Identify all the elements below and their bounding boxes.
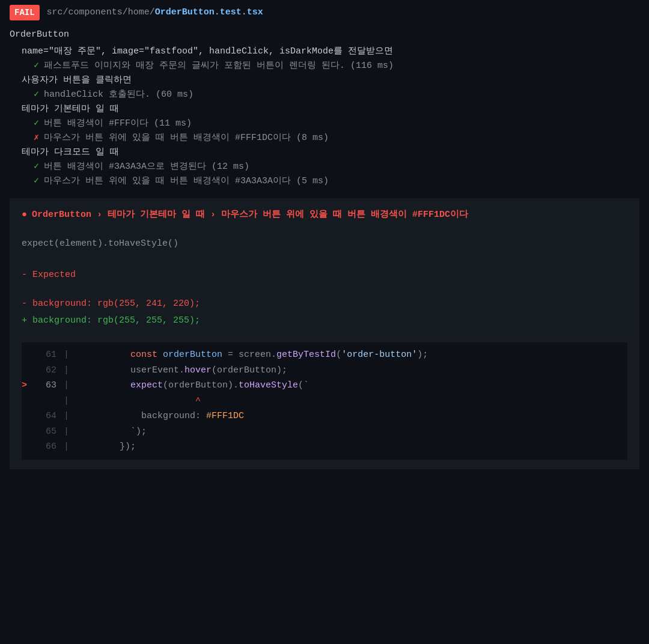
test-pass-text-1: 패스트푸드 이미지와 매장 주문의 글씨가 포함된 버튼이 렌더링 된다. (1… <box>44 59 394 73</box>
line-content-64: background: #FFF1DC <box>76 409 627 424</box>
line-number-66: 66 <box>34 439 64 455</box>
file-path: src/components/home/OrderButton.test.tsx <box>47 5 263 20</box>
test-suite-output: OrderButton name="매장 주문", image="fastfoo… <box>0 25 649 479</box>
code-line-61: 61 | const orderButton = screen.getByTes… <box>22 347 627 363</box>
test-item-1-1: ✓ 패스트푸드 이미지와 매장 주문의 글씨가 포함된 버튼이 렌더링 된다. … <box>22 59 639 73</box>
line-content-62: userEvent.hover(orderButton); <box>76 363 627 378</box>
test-group-2: 사용자가 버튼을 클릭하면 ✓ handleClick 호출된다. (60 ms… <box>10 73 639 102</box>
check-icon-1: ✓ <box>34 59 39 73</box>
no-arrow-61 <box>22 347 34 363</box>
code-line-65: 65 | `); <box>22 424 627 440</box>
caret-line: | ^ <box>22 393 627 409</box>
group-4-name: 테마가 다크모드 일 때 <box>22 145 639 160</box>
line-number-61: 61 <box>34 347 64 363</box>
group-3-name: 테마가 기본테마 일 때 <box>22 102 639 117</box>
diff-minus-line: - background: rgb(255, 241, 220); <box>22 297 627 311</box>
test-group-4: 테마가 다크모드 일 때 ✓ 버튼 배경색이 #3A3A3A으로 변경된다 (1… <box>10 145 639 189</box>
code-line-66: 66 | }); <box>22 439 627 455</box>
code-block: 61 | const orderButton = screen.getByTes… <box>22 342 627 460</box>
line-sep-62: | <box>64 363 69 378</box>
line-sep-61: | <box>64 347 69 363</box>
no-arrow-caret <box>22 393 34 409</box>
check-icon-3: ✓ <box>34 117 39 131</box>
file-name: OrderButton.test.tsx <box>155 7 263 17</box>
line-sep-63: | <box>64 378 69 393</box>
error-title-text: OrderButton › 테마가 기본테마 일 때 › 마우스가 버튼 위에 … <box>32 208 468 222</box>
no-arrow-62 <box>22 363 34 378</box>
line-number-62: 62 <box>34 363 64 378</box>
diff-expected-label: - Expected <box>22 268 627 282</box>
code-line-63: > 63 | expect(orderButton).toHaveStyle(` <box>22 378 627 393</box>
line-content-66: }); <box>76 439 627 455</box>
arrow-63: > <box>22 378 34 393</box>
cross-icon-1: ✗ <box>34 131 39 145</box>
line-sep-65: | <box>64 424 69 440</box>
no-arrow-64 <box>22 409 34 424</box>
test-output-container: FAIL src/components/home/OrderButton.tes… <box>0 0 649 479</box>
error-bullet: ● <box>22 208 27 222</box>
test-item-3-1: ✓ 버튼 배경색이 #FFF이다 (11 ms) <box>22 117 639 131</box>
code-line-64: 64 | background: #FFF1DC <box>22 409 627 424</box>
test-item-3-2: ✗ 마우스가 버튼 위에 있을 때 버튼 배경색이 #FFF1DC이다 (8 m… <box>22 131 639 145</box>
line-number-caret <box>34 393 64 409</box>
file-path-prefix: src/components/home/ <box>47 7 155 17</box>
line-content-caret: ^ <box>76 393 627 409</box>
line-sep-64: | <box>64 409 69 424</box>
line-content-61: const orderButton = screen.getByTestId('… <box>76 347 627 363</box>
check-icon-4: ✓ <box>34 160 39 174</box>
line-content-65: `); <box>76 424 627 440</box>
error-section: ● OrderButton › 테마가 기본테마 일 때 › 마우스가 버튼 위… <box>10 198 639 469</box>
diff-plus-line: + background: rgb(255, 255, 255); <box>22 314 627 328</box>
test-group-1: name="매장 주문", image="fastfood", handleCl… <box>10 44 639 73</box>
line-number-65: 65 <box>34 424 64 440</box>
test-pass-text-2: handleClick 호출된다. (60 ms) <box>44 88 193 102</box>
test-group-3: 테마가 기본테마 일 때 ✓ 버튼 배경색이 #FFF이다 (11 ms) ✗ … <box>10 102 639 145</box>
error-title: ● OrderButton › 테마가 기본테마 일 때 › 마우스가 버튼 위… <box>22 208 627 222</box>
test-suite-name: OrderButton <box>10 28 639 42</box>
line-sep-caret: | <box>64 393 69 409</box>
test-item-4-1: ✓ 버튼 배경색이 #3A3A3A으로 변경된다 (12 ms) <box>22 160 639 174</box>
line-sep-66: | <box>64 439 69 455</box>
test-item-4-2: ✓ 마우스가 버튼 위에 있을 때 버튼 배경색이 #3A3A3A이다 (5 m… <box>22 174 639 189</box>
error-code-section: expect(element).toHaveStyle() - Expected… <box>22 232 627 342</box>
group-2-name: 사용자가 버튼을 클릭하면 <box>22 73 639 88</box>
test-pass-text-4: 버튼 배경색이 #3A3A3A으로 변경된다 (12 ms) <box>44 160 249 174</box>
expect-line: expect(element).toHaveStyle() <box>22 237 627 251</box>
test-pass-text-3: 버튼 배경색이 #FFF이다 (11 ms) <box>44 117 192 131</box>
code-line-62: 62 | userEvent.hover(orderButton); <box>22 363 627 378</box>
line-number-63: 63 <box>34 378 64 393</box>
no-arrow-66 <box>22 439 34 455</box>
fail-badge: FAIL <box>10 5 40 20</box>
check-icon-2: ✓ <box>34 88 39 102</box>
group-1-name: name="매장 주문", image="fastfood", handleCl… <box>22 44 639 59</box>
test-pass-text-5: 마우스가 버튼 위에 있을 때 버튼 배경색이 #3A3A3A이다 (5 ms) <box>44 174 329 189</box>
line-number-64: 64 <box>34 409 64 424</box>
header-bar: FAIL src/components/home/OrderButton.tes… <box>0 0 649 25</box>
no-arrow-65 <box>22 424 34 440</box>
test-fail-text-1: 마우스가 버튼 위에 있을 때 버튼 배경색이 #FFF1DC이다 (8 ms) <box>44 131 329 145</box>
line-content-63: expect(orderButton).toHaveStyle(` <box>76 378 627 393</box>
test-item-2-1: ✓ handleClick 호출된다. (60 ms) <box>22 88 639 102</box>
check-icon-5: ✓ <box>34 174 39 189</box>
